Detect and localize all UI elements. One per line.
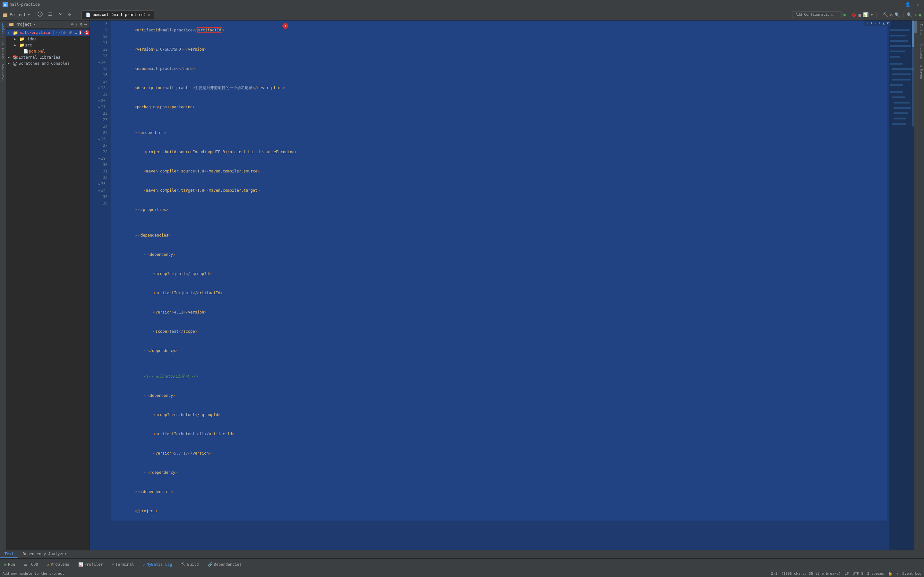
dependency-analyzer-tab[interactable]: Dependency Analyzer <box>18 550 71 558</box>
profiler-tool-btn[interactable]: 📊 Profiler <box>76 561 105 568</box>
external-libs-item[interactable]: ▶ 📚 External Libraries <box>6 54 89 60</box>
coverage-icon[interactable]: ▦ <box>859 12 861 17</box>
add-module-btn[interactable] <box>36 11 45 19</box>
code-line-12: <packaging>pom</packaging> <box>111 97 887 117</box>
scratches-label: Scratches and Consoles <box>19 61 69 66</box>
down-arrow-btn[interactable]: ▼ <box>887 21 889 25</box>
scratches-arrow: ▶ <box>8 61 13 65</box>
reload-icon[interactable]: ↺ <box>890 12 893 17</box>
collapse-all-btn[interactable] <box>56 11 65 19</box>
code-line-13 <box>111 117 887 123</box>
project-panel-title: Project ▾ <box>9 22 36 27</box>
app-icon: m <box>3 2 8 7</box>
window-controls: 👤 ✓ <box>903 1 921 8</box>
scratches-item[interactable]: ▶ Scratches and Consoles <box>6 60 89 67</box>
problems-tool-btn[interactable]: ⚠ Problems <box>45 561 71 568</box>
up-arrow-btn[interactable]: ▲ <box>883 21 885 25</box>
more-actions-icon[interactable]: ▾ <box>871 12 873 17</box>
search-everywhere-btn[interactable]: 🔍 <box>907 12 912 17</box>
code-line-17: <maven.compiler.target>1.8</maven.compil… <box>111 181 887 200</box>
debug-icon[interactable]: 🐞 <box>851 12 857 17</box>
fold-33[interactable]: ▶ <box>99 181 100 187</box>
svg-rect-27 <box>890 91 903 93</box>
event-log-btn[interactable]: Event Log <box>902 572 921 576</box>
expand-all-btn[interactable] <box>46 11 55 19</box>
toolbar-right-tab[interactable]: Toolbar <box>917 21 924 40</box>
editor-content[interactable]: 8 9 10 11 12 13 ▶14 15 16 17 ▶18 19 ▶20 … <box>90 21 917 550</box>
run-btn[interactable]: ▶ <box>843 11 846 18</box>
maven-tab[interactable]: m Maven <box>917 62 924 82</box>
svg-rect-26 <box>890 84 903 86</box>
build-tool-btn[interactable]: 🔨 Build <box>179 561 200 568</box>
project-dropdown[interactable]: Project ▾ <box>3 12 30 17</box>
settings-gear-btn[interactable]: ⚙ <box>80 22 82 27</box>
root-tree-item[interactable]: ▾ 📁 mall-practice ~/IdeaProjects/mall-pr… <box>6 29 89 36</box>
minimap[interactable] <box>889 21 914 550</box>
dependencies-tool-btn[interactable]: 🔗 Dependencies <box>206 561 244 568</box>
build-icon[interactable]: 🔨 <box>883 12 888 17</box>
status-bar: Add new module to the project 2:1 (1095 … <box>0 570 924 577</box>
add-btn[interactable]: ⊕ <box>71 22 74 27</box>
code-line-36 <box>111 521 887 527</box>
favorites-tab-label[interactable]: Favorites <box>1 61 5 84</box>
add-config-btn[interactable]: Add Configuration... <box>792 11 842 18</box>
pom-xml-item[interactable]: 📄 pom.xml <box>6 48 89 54</box>
fold-18[interactable]: ▶ <box>99 85 100 91</box>
pom-xml-tab[interactable]: 📄 pom.xml (mall-practice) ✕ <box>81 10 153 19</box>
tab-close-btn[interactable]: ✕ <box>148 13 150 17</box>
root-folder-icon: 📁 <box>13 31 19 35</box>
close-btn[interactable]: — <box>84 22 87 27</box>
dropdown-caret[interactable]: ▾ <box>34 22 36 26</box>
root-name-highlight: mall-practice <box>19 31 53 35</box>
project-tab-label[interactable]: Project <box>1 21 5 39</box>
todo-tool-btn[interactable]: ☰ TODO <box>22 561 40 568</box>
code-line-32: <version>5.7.17</version> <box>111 444 887 463</box>
structure-tab-label[interactable]: Structure <box>1 39 5 61</box>
code-line-11: <description>mall-practice主要是对开源项目的一个学习记… <box>111 78 887 97</box>
text-tab[interactable]: Text <box>0 550 18 558</box>
svg-rect-15 <box>889 21 914 550</box>
settings-btn[interactable]: ⚙ <box>66 11 73 18</box>
expand-btn[interactable]: ⇕ <box>76 22 78 27</box>
vcs-status[interactable]: ↑ <box>897 572 899 576</box>
vcs-icon[interactable]: ✓ <box>915 1 921 8</box>
inspect-icon[interactable]: 🔍 <box>895 12 900 17</box>
xml-file-icon: 📄 <box>86 13 90 17</box>
annotation-badge-3: 3 <box>282 23 288 29</box>
svg-rect-3 <box>3 13 5 15</box>
scrollbar-thumb[interactable] <box>914 21 917 33</box>
idea-folder-item[interactable]: ▶ 📁 .idea <box>6 36 89 42</box>
fold-14[interactable]: ▶ <box>99 59 100 65</box>
svg-point-12 <box>13 62 17 66</box>
fold-29[interactable]: ▶ <box>99 155 100 161</box>
encoding[interactable]: UTF-8 <box>853 572 863 576</box>
char-count: (1095 chars, 35 line breaks) <box>781 572 841 576</box>
terminal-tool-btn[interactable]: ⌨ Terminal <box>110 561 136 568</box>
root-label: mall-practice ~/IdeaProjects/mall-practi… <box>19 31 78 35</box>
fold-34[interactable]: ▶ <box>99 187 100 193</box>
code-line-35: </project> <box>111 501 887 521</box>
build-icons: 🔨 ↺ 🔍 <box>883 12 900 17</box>
vertical-scrollbar[interactable] <box>914 21 917 550</box>
src-folder-item[interactable]: ▶ 📁 src <box>6 42 89 48</box>
fold-20[interactable]: ▶ <box>99 97 100 104</box>
mybatis-log-btn[interactable]: ▷ MyBatis Log <box>141 561 174 568</box>
database-tab[interactable]: Database <box>917 40 924 62</box>
svg-rect-17 <box>890 35 906 37</box>
code-content[interactable]: <artifactId>mall-practice</artifactId> <… <box>110 21 889 550</box>
run-tool-btn[interactable]: ▶ Run <box>3 561 17 568</box>
avatar-btn[interactable]: 👤 <box>903 1 913 8</box>
line-ending[interactable]: LF <box>845 572 849 576</box>
fold-26[interactable]: ▶ <box>99 136 100 142</box>
fold-21[interactable]: ▶ <box>99 104 100 110</box>
cursor-position[interactable]: 2:1 <box>771 572 777 576</box>
add-module-status[interactable]: Add new module to the project <box>3 572 64 576</box>
close-panel-btn[interactable]: — <box>74 11 81 18</box>
project-panel: Project ▾ ⊕ ⇕ ⚙ — ▾ 📁 mall-practice <box>6 21 90 550</box>
external-libs-icon: 📚 <box>13 55 19 60</box>
notifications-icon[interactable]: ⚠ <box>914 12 917 17</box>
idea-label: .idea <box>25 37 37 41</box>
green-indicator[interactable]: ● <box>919 12 921 17</box>
profile-icon[interactable]: 📊 <box>863 12 869 17</box>
indent[interactable]: 2 spaces <box>867 572 884 576</box>
